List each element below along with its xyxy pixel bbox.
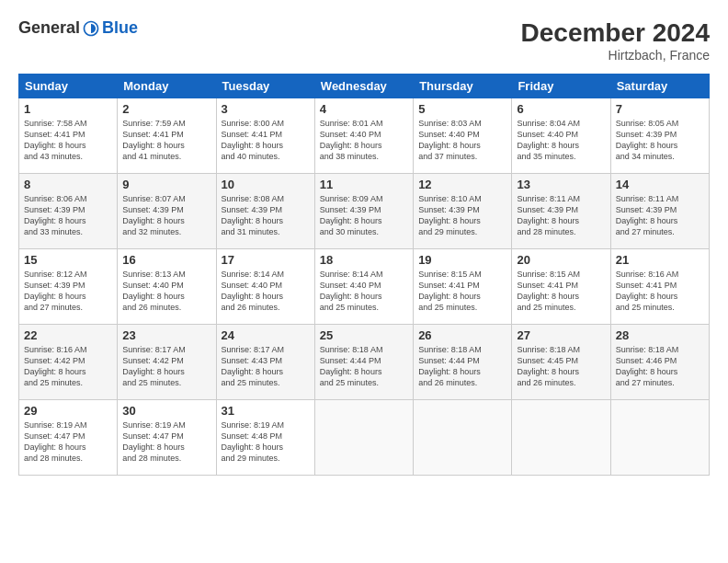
- day-number: 4: [320, 102, 408, 116]
- calendar-header-row: Sunday Monday Tuesday Wednesday Thursday…: [19, 75, 710, 98]
- day-number: 7: [616, 102, 704, 116]
- day-number: 12: [418, 178, 506, 191]
- table-cell: 18Sunrise: 8:14 AM Sunset: 4:40 PM Dayli…: [314, 249, 413, 325]
- day-number: 22: [24, 328, 112, 342]
- calendar-week-5: 29Sunrise: 8:19 AM Sunset: 4:47 PM Dayli…: [19, 400, 710, 476]
- table-cell: 20Sunrise: 8:15 AM Sunset: 4:41 PM Dayli…: [512, 249, 610, 325]
- day-number: 23: [122, 328, 210, 342]
- day-number: 31: [222, 404, 310, 418]
- page: General Blue December 2024 Hirtzbach, Fr…: [0, 0, 728, 563]
- table-cell: [512, 400, 610, 476]
- cell-info: Sunrise: 8:15 AM Sunset: 4:41 PM Dayligh…: [517, 269, 605, 314]
- cell-info: Sunrise: 8:07 AM Sunset: 4:39 PM Dayligh…: [122, 193, 210, 238]
- table-cell: 30Sunrise: 8:19 AM Sunset: 4:47 PM Dayli…: [118, 400, 216, 476]
- table-cell: 19Sunrise: 8:15 AM Sunset: 4:41 PM Dayli…: [414, 249, 512, 325]
- cell-info: Sunrise: 7:59 AM Sunset: 4:41 PM Dayligh…: [122, 118, 210, 163]
- calendar-week-2: 8Sunrise: 8:06 AM Sunset: 4:39 PM Daylig…: [19, 174, 710, 249]
- table-cell: 8Sunrise: 8:06 AM Sunset: 4:39 PM Daylig…: [19, 174, 118, 249]
- calendar-week-4: 22Sunrise: 8:16 AM Sunset: 4:42 PM Dayli…: [19, 325, 710, 400]
- table-cell: [610, 400, 709, 476]
- cell-info: Sunrise: 8:17 AM Sunset: 4:42 PM Dayligh…: [122, 344, 210, 389]
- calendar-week-3: 15Sunrise: 8:12 AM Sunset: 4:39 PM Dayli…: [19, 249, 710, 325]
- cell-info: Sunrise: 8:06 AM Sunset: 4:39 PM Dayligh…: [24, 193, 112, 238]
- table-cell: 22Sunrise: 8:16 AM Sunset: 4:42 PM Dayli…: [19, 325, 118, 400]
- table-cell: 6Sunrise: 8:04 AM Sunset: 4:40 PM Daylig…: [512, 98, 610, 174]
- table-cell: 21Sunrise: 8:16 AM Sunset: 4:41 PM Dayli…: [610, 249, 709, 325]
- cell-info: Sunrise: 8:19 AM Sunset: 4:47 PM Dayligh…: [24, 419, 112, 465]
- table-cell: 14Sunrise: 8:11 AM Sunset: 4:39 PM Dayli…: [610, 174, 709, 249]
- col-monday: Monday: [118, 75, 216, 98]
- calendar-table: Sunday Monday Tuesday Wednesday Thursday…: [18, 74, 710, 476]
- col-wednesday: Wednesday: [314, 75, 413, 98]
- cell-info: Sunrise: 8:17 AM Sunset: 4:43 PM Dayligh…: [222, 344, 310, 389]
- day-number: 21: [616, 253, 704, 267]
- cell-info: Sunrise: 8:18 AM Sunset: 4:44 PM Dayligh…: [418, 344, 506, 389]
- col-friday: Friday: [512, 75, 610, 98]
- location: Hirtzbach, France: [521, 48, 710, 63]
- cell-info: Sunrise: 8:05 AM Sunset: 4:39 PM Dayligh…: [616, 118, 704, 163]
- day-number: 30: [122, 404, 210, 418]
- logo: General Blue: [18, 18, 138, 38]
- table-cell: 7Sunrise: 8:05 AM Sunset: 4:39 PM Daylig…: [610, 98, 709, 174]
- table-cell: 2Sunrise: 7:59 AM Sunset: 4:41 PM Daylig…: [118, 98, 216, 174]
- day-number: 27: [517, 328, 605, 342]
- table-cell: 16Sunrise: 8:13 AM Sunset: 4:40 PM Dayli…: [118, 249, 216, 325]
- day-number: 2: [122, 102, 210, 116]
- table-cell: 5Sunrise: 8:03 AM Sunset: 4:40 PM Daylig…: [414, 98, 512, 174]
- table-cell: 3Sunrise: 8:00 AM Sunset: 4:41 PM Daylig…: [216, 98, 314, 174]
- cell-info: Sunrise: 8:12 AM Sunset: 4:39 PM Dayligh…: [24, 269, 112, 314]
- day-number: 28: [616, 328, 704, 342]
- logo-icon: [82, 19, 100, 38]
- calendar-week-1: 1Sunrise: 7:58 AM Sunset: 4:41 PM Daylig…: [19, 98, 710, 174]
- col-thursday: Thursday: [414, 75, 512, 98]
- day-number: 9: [122, 178, 210, 191]
- cell-info: Sunrise: 8:00 AM Sunset: 4:41 PM Dayligh…: [222, 118, 310, 163]
- day-number: 17: [222, 253, 310, 267]
- day-number: 11: [320, 178, 408, 191]
- logo-general-text: General: [18, 18, 80, 38]
- table-cell: 4Sunrise: 8:01 AM Sunset: 4:40 PM Daylig…: [314, 98, 413, 174]
- table-cell: 25Sunrise: 8:18 AM Sunset: 4:44 PM Dayli…: [314, 325, 413, 400]
- table-cell: 28Sunrise: 8:18 AM Sunset: 4:46 PM Dayli…: [610, 325, 709, 400]
- col-tuesday: Tuesday: [216, 75, 314, 98]
- cell-info: Sunrise: 8:09 AM Sunset: 4:39 PM Dayligh…: [320, 193, 408, 238]
- day-number: 20: [517, 253, 605, 267]
- table-cell: [414, 400, 512, 476]
- day-number: 5: [418, 102, 506, 116]
- day-number: 18: [320, 253, 408, 267]
- cell-info: Sunrise: 8:18 AM Sunset: 4:46 PM Dayligh…: [616, 344, 704, 389]
- cell-info: Sunrise: 8:18 AM Sunset: 4:45 PM Dayligh…: [517, 344, 605, 389]
- cell-info: Sunrise: 8:14 AM Sunset: 4:40 PM Dayligh…: [222, 269, 310, 314]
- cell-info: Sunrise: 8:01 AM Sunset: 4:40 PM Dayligh…: [320, 118, 408, 163]
- table-cell: 31Sunrise: 8:19 AM Sunset: 4:48 PM Dayli…: [216, 400, 314, 476]
- cell-info: Sunrise: 8:10 AM Sunset: 4:39 PM Dayligh…: [418, 193, 506, 238]
- logo-blue-text: Blue: [102, 18, 138, 38]
- cell-info: Sunrise: 8:16 AM Sunset: 4:41 PM Dayligh…: [616, 269, 704, 314]
- cell-info: Sunrise: 8:11 AM Sunset: 4:39 PM Dayligh…: [517, 193, 605, 238]
- cell-info: Sunrise: 8:19 AM Sunset: 4:48 PM Dayligh…: [222, 419, 310, 465]
- cell-info: Sunrise: 8:03 AM Sunset: 4:40 PM Dayligh…: [418, 118, 506, 163]
- col-sunday: Sunday: [19, 75, 118, 98]
- table-cell: 24Sunrise: 8:17 AM Sunset: 4:43 PM Dayli…: [216, 325, 314, 400]
- day-number: 29: [24, 404, 112, 418]
- day-number: 6: [517, 102, 605, 116]
- table-cell: 29Sunrise: 8:19 AM Sunset: 4:47 PM Dayli…: [19, 400, 118, 476]
- table-cell: 23Sunrise: 8:17 AM Sunset: 4:42 PM Dayli…: [118, 325, 216, 400]
- day-number: 16: [122, 253, 210, 267]
- day-number: 14: [616, 178, 704, 191]
- table-cell: 9Sunrise: 8:07 AM Sunset: 4:39 PM Daylig…: [118, 174, 216, 249]
- day-number: 3: [222, 102, 310, 116]
- day-number: 19: [418, 253, 506, 267]
- day-number: 1: [24, 102, 112, 116]
- day-number: 10: [222, 178, 310, 191]
- cell-info: Sunrise: 7:58 AM Sunset: 4:41 PM Dayligh…: [24, 118, 112, 163]
- table-cell: 15Sunrise: 8:12 AM Sunset: 4:39 PM Dayli…: [19, 249, 118, 325]
- cell-info: Sunrise: 8:04 AM Sunset: 4:40 PM Dayligh…: [517, 118, 605, 163]
- day-number: 26: [418, 328, 506, 342]
- day-number: 25: [320, 328, 408, 342]
- day-number: 13: [517, 178, 605, 191]
- table-cell: [314, 400, 413, 476]
- cell-info: Sunrise: 8:08 AM Sunset: 4:39 PM Dayligh…: [222, 193, 310, 238]
- cell-info: Sunrise: 8:11 AM Sunset: 4:39 PM Dayligh…: [616, 193, 704, 238]
- cell-info: Sunrise: 8:18 AM Sunset: 4:44 PM Dayligh…: [320, 344, 408, 389]
